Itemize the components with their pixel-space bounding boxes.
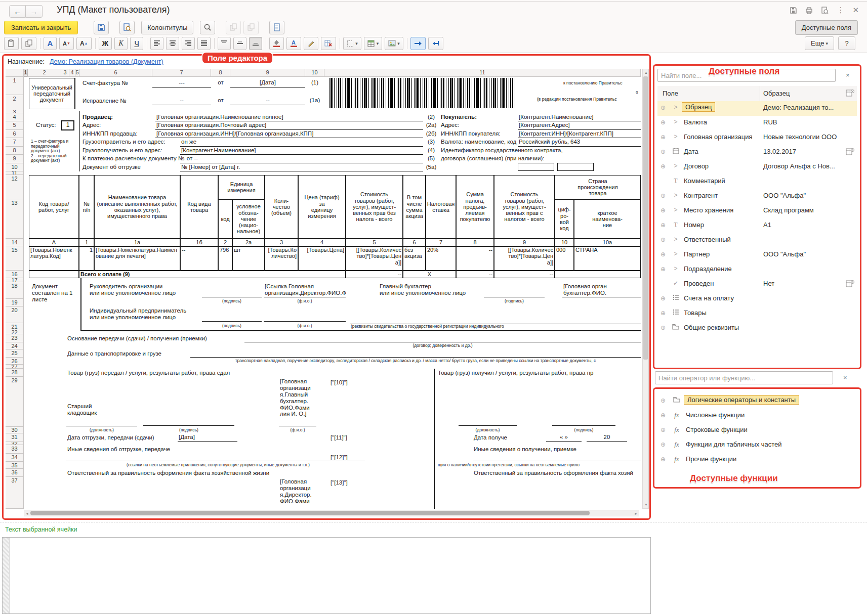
sheet-cell[interactable]: 10а <box>574 239 641 246</box>
row-header[interactable]: 35 <box>6 462 24 469</box>
sheet-cell[interactable]: [Дата] <box>230 79 305 87</box>
sheet-cell[interactable]: -- <box>152 97 211 105</box>
row-header[interactable]: 27 <box>6 365 24 369</box>
expand-icon[interactable]: ⊕ <box>660 207 666 214</box>
sheet-cell[interactable]: [Контрагент.Наименование] <box>518 114 641 121</box>
expand-icon[interactable]: ⊕ <box>660 163 666 170</box>
sheet-cell[interactable]: код <box>218 199 232 239</box>
sheet-cell[interactable]: Валюта: наименование, код <box>440 139 517 147</box>
field-row[interactable]: ⊕Дата13.02.2017 <box>657 145 857 160</box>
fill-color-button[interactable] <box>269 37 284 50</box>
row-header[interactable]: 31 <box>6 433 24 442</box>
row-header[interactable]: 12 <box>6 175 24 199</box>
sheet-cell[interactable]: Основание передачи (сдачи) / получения (… <box>66 335 243 343</box>
italic-button[interactable]: К <box>114 37 128 50</box>
field-row[interactable]: ⊕>Место храненияСклад программ <box>657 204 857 218</box>
sheet-cell[interactable]: [[Товары.Количес тво]*[Товары.Цен а]] <box>494 246 555 271</box>
borders-dropdown[interactable]: ▾ <box>343 37 361 50</box>
field-row[interactable]: ⊕>Подразделение <box>657 262 857 277</box>
sheet-cell[interactable]: 6 <box>403 239 426 246</box>
sheet-cell[interactable]: Единица измерения <box>218 175 265 199</box>
save-and-close-button[interactable]: Записать и закрыть <box>4 21 78 34</box>
expand-icon[interactable]: ⊕ <box>660 236 666 243</box>
sheet-cell[interactable]: В том числе сумма акциза <box>403 175 426 239</box>
sheet-cell[interactable]: Исправление № <box>81 98 151 106</box>
sheet-cell[interactable]: (должность) <box>459 428 517 433</box>
scroll-right-icon[interactable]: ► <box>634 511 638 516</box>
save-button[interactable] <box>94 21 109 34</box>
expand-icon[interactable]: ⊕ <box>660 441 666 448</box>
sheet-cell[interactable]: (подпись) <box>552 428 615 433</box>
sheet-cell[interactable]: [Головная орган бухгалтер.ФИО. <box>562 283 641 297</box>
row-header[interactable]: 24 <box>6 342 24 349</box>
horizontal-scrollbar[interactable]: ◄ ► <box>24 510 639 516</box>
wrap-text-button[interactable] <box>428 37 443 50</box>
sheet-cell[interactable]: транспортная накладная, поручение экспед… <box>190 359 641 365</box>
sheet-cell[interactable]: 1а <box>94 239 180 246</box>
row-header[interactable]: 17 <box>6 278 24 282</box>
sheet-cell[interactable]: 1 – счет-фактура и передаточный документ… <box>30 139 79 171</box>
col-header[interactable]: 1 <box>24 69 28 77</box>
sheet-cell[interactable] <box>555 271 641 278</box>
sheet-cell[interactable]: -- <box>230 97 305 105</box>
sheet-cell[interactable]: -- <box>494 271 555 278</box>
row-header[interactable]: 8 <box>6 147 24 155</box>
sheet-cell[interactable]: Ответственный за правильность оформления… <box>473 470 641 477</box>
sheet-cell[interactable]: К платежно-расчетному документу № <box>81 155 179 163</box>
col-header[interactable]: 7 <box>152 69 211 77</box>
row-header[interactable]: 34 <box>6 454 24 462</box>
sheet-cell[interactable]: Код вида товара <box>180 175 218 239</box>
sheet-cell[interactable]: (реквизиты свидетельства о государственн… <box>350 324 641 329</box>
sheet-cell[interactable]: 20 <box>587 434 627 442</box>
col-header[interactable]: 8 <box>211 69 230 77</box>
sheet-cell[interactable]: [Головная организация.Наименование полно… <box>155 114 423 121</box>
sheet-cell[interactable]: ["[10]"] <box>329 379 365 386</box>
expand-icon[interactable]: ⊕ <box>660 426 666 433</box>
sheet-cell[interactable]: Руководитель организации или иное уполно… <box>89 283 197 298</box>
sheet-cell[interactable]: 000 <box>555 246 574 271</box>
sheet-cell[interactable]: Грузоотправитель и его адрес: <box>81 139 179 147</box>
sheet-cell[interactable]: Российский рубль, 643 <box>518 139 641 147</box>
row-header[interactable]: 19 <box>6 299 24 306</box>
field-row[interactable]: ⊕>КонтрагентООО "Альфа" <box>657 189 857 204</box>
sheet-cell[interactable]: (подпись) <box>202 324 262 329</box>
sheet-cell[interactable]: № п/п <box>79 175 94 239</box>
field-row[interactable]: ⊕Товары <box>657 306 857 321</box>
sheet-cell[interactable]: (договор; доверенность и др.) <box>244 343 641 349</box>
print-icon[interactable] <box>805 6 813 14</box>
sheet-cell[interactable]: к постановлению Правительс <box>562 81 642 87</box>
sheet-cell[interactable]: (ф.и.о.) <box>279 428 316 433</box>
sheet-cell[interactable]: Иные сведения о получении, приемке <box>473 446 620 454</box>
sheet-cell[interactable]: (ф.и.о.) <box>264 299 346 305</box>
sheet-cell[interactable]: Покупатель: <box>440 114 516 121</box>
align-right-button[interactable] <box>182 37 195 50</box>
sheet-cell[interactable]: Старший кладовщик <box>66 403 137 426</box>
sheet-cell[interactable]: 8 <box>456 239 494 246</box>
sheet-cell[interactable]: Дата отгрузки, передачи (сдачи) <box>66 434 175 442</box>
paste-format-button[interactable] <box>243 21 259 34</box>
field-row[interactable]: ТКомментарий <box>657 174 857 189</box>
sheet-cell[interactable]: ["[12]"] <box>329 454 365 461</box>
scroll-up-icon[interactable]: ▲ <box>644 70 648 75</box>
align-center-button[interactable] <box>166 37 179 50</box>
vertical-scrollbar[interactable]: ▲ ▼ <box>642 69 649 509</box>
function-search-input[interactable] <box>655 371 833 384</box>
sheet-cell[interactable]: щия о наличии/отсутствии претензии; ссыл… <box>437 463 641 468</box>
sheet-cell[interactable]: X <box>403 271 456 278</box>
field-row[interactable]: ⊕>ДоговорДоговор Альфа с Нов... <box>657 160 857 174</box>
sheet-cell[interactable]: [[Товары.Количес тво]*[Товары.Цен а]] <box>346 246 403 271</box>
row-header[interactable]: 20 <box>6 306 24 323</box>
row-header[interactable]: 25 <box>6 349 24 358</box>
text-color-button[interactable]: А <box>286 37 301 50</box>
row-header[interactable]: 13 <box>6 199 24 239</box>
sheet-cell[interactable]: 10 <box>555 239 574 246</box>
row-header[interactable]: 11 <box>6 171 24 175</box>
field-row[interactable]: ⊕Общие реквизиты <box>657 321 857 336</box>
sheet-cell[interactable]: 7 <box>426 239 456 246</box>
row-header[interactable]: 26 <box>6 358 24 365</box>
sheet-cell[interactable]: Продавец: <box>81 114 152 121</box>
col-header[interactable]: 2 <box>28 69 61 77</box>
sheet-cell[interactable]: ["[11]"] <box>329 434 365 442</box>
sheet-cell[interactable]: [Ссылка.Головная организация.Директор.ФИ… <box>264 283 346 297</box>
function-group-row[interactable]: ⊕fxЧисловые функции <box>657 409 857 423</box>
